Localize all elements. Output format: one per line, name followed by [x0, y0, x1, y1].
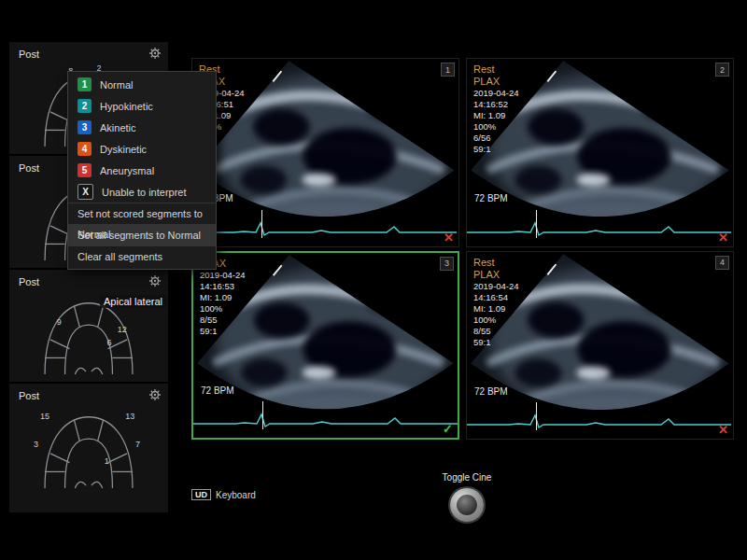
- overlay-info-line: 59:1: [200, 326, 246, 337]
- ecg-cursor: [261, 210, 262, 238]
- ecg-trace: [193, 411, 458, 431]
- ecg-cursor: [536, 210, 537, 238]
- overlay-info-line: 2019-04-24: [200, 270, 246, 281]
- segment-score-panel[interactable]: Post 9126 Apical lateral: [9, 270, 168, 382]
- ud-key-badge: UD: [191, 489, 211, 500]
- menu-item-label: Normal: [100, 79, 133, 91]
- panel-title: Post: [19, 276, 39, 287]
- score-key-icon: 4: [78, 142, 92, 156]
- reject-x-icon[interactable]: ✕: [718, 423, 728, 437]
- quadrant-number-badge: 2: [715, 63, 729, 77]
- toggle-cine-label: Toggle Cine: [425, 472, 509, 483]
- quadrant-number-badge: 3: [440, 257, 454, 271]
- menu-item-normal[interactable]: 1Normal: [68, 74, 216, 95]
- score-menu-actions: Set not scored segments to NormalSet all…: [68, 203, 216, 267]
- overlay-info-line: 6/56: [473, 133, 519, 144]
- overlay-info-line: 2019-04-24: [473, 281, 519, 292]
- gear-icon[interactable]: [148, 274, 162, 287]
- ultrasound-quadrant[interactable]: Rest PLAX 2019-04-2414:16:52MI: 1.09100%…: [466, 58, 734, 247]
- ecg-trace: [192, 219, 458, 240]
- stage-label: Rest: [473, 257, 519, 269]
- score-key-icon: X: [78, 184, 93, 200]
- quadrant-number-badge: 4: [715, 256, 729, 270]
- ultrasound-quadrant[interactable]: Rest PLAX 2019-04-2414:16:54MI: 1.09100%…: [466, 251, 734, 441]
- knob-center: [457, 495, 477, 515]
- overlay-info-line: 14:16:53: [200, 281, 246, 292]
- keyboard-label: Keyboard: [216, 490, 256, 500]
- quadrant-number-badge: 1: [441, 63, 455, 77]
- view-label: PLAX: [473, 76, 519, 88]
- keyboard-hint: UD Keyboard: [191, 489, 256, 500]
- echo-review-screen: Post 82 Post: [0, 0, 747, 560]
- heart-rate-label: 72 BPM: [474, 193, 508, 203]
- overlay-info-line: MI: 1.09: [200, 292, 246, 303]
- acquisition-info: 2019-04-2414:16:54MI: 1.09100%8/5559:1: [473, 281, 519, 348]
- segment-score-panel[interactable]: Post 1513371: [9, 384, 168, 512]
- panel-title: Post: [19, 390, 39, 401]
- view-label: PLAX: [473, 269, 519, 281]
- ultrasound-quadrant[interactable]: Rest PLAX 2019-04-2414:16:51MI: 1.09100%…: [191, 58, 459, 247]
- segment-tooltip: Apical lateral: [100, 295, 166, 308]
- menu-item-label: Dyskinetic: [100, 144, 147, 155]
- segment-diagram[interactable]: [24, 406, 153, 490]
- menu-action-set-all-segments-to-normal[interactable]: Set all segments to Normal: [68, 224, 216, 245]
- reject-x-icon[interactable]: ✕: [718, 231, 728, 245]
- overlay-info-line: 8/55: [473, 326, 519, 337]
- menu-item-label: Aneurysmal: [100, 165, 154, 176]
- overlay-info-line: 59:1: [473, 144, 519, 155]
- reject-x-icon[interactable]: ✕: [444, 231, 454, 245]
- score-key-icon: 3: [78, 120, 92, 134]
- heart-rate-label: 72 BPM: [474, 386, 508, 397]
- menu-item-label: Unable to interpret: [102, 187, 187, 198]
- menu-item-label: Akinetic: [100, 122, 136, 133]
- heart-rate-label: 72 BPM: [201, 385, 234, 396]
- score-key-icon: 5: [78, 163, 92, 177]
- toggle-cine-knob[interactable]: [450, 488, 484, 522]
- menu-action-set-not-scored-segments-to-normal[interactable]: Set not scored segments to Normal: [68, 203, 216, 224]
- overlay-info-line: 2019-04-24: [473, 88, 519, 99]
- overlay-info-line: 100%: [473, 121, 519, 133]
- menu-item-aneurysmal[interactable]: 5Aneurysmal: [68, 160, 216, 181]
- menu-item-akinetic[interactable]: 3Akinetic: [68, 117, 216, 138]
- image-overlay-text: Rest PLAX 2019-04-2414:16:52MI: 1.09100%…: [473, 63, 519, 155]
- image-overlay-text: Rest PLAX 2019-04-2414:16:54MI: 1.09100%…: [473, 257, 519, 348]
- gear-icon[interactable]: [148, 388, 162, 401]
- panel-title: Post: [19, 162, 39, 174]
- menu-item-dyskinetic[interactable]: 4Dyskinetic: [68, 138, 216, 160]
- overlay-info-line: 8/55: [200, 315, 246, 326]
- ecg-trace: [467, 219, 732, 240]
- toggle-cine-control: Toggle Cine: [425, 472, 509, 522]
- accept-check-icon[interactable]: ✓: [443, 422, 453, 436]
- acquisition-info: 2019-04-2414:16:52MI: 1.09100%6/5659:1: [473, 88, 519, 155]
- score-key-icon: 1: [78, 77, 92, 91]
- quadrant-grid: Rest PLAX 2019-04-2414:16:51MI: 1.09100%…: [191, 58, 734, 440]
- menu-item-unable-to-interpret[interactable]: XUnable to interpret: [68, 181, 216, 203]
- overlay-info-line: MI: 1.09: [473, 110, 519, 121]
- ecg-trace: [467, 412, 732, 432]
- acquisition-info: 2019-04-2414:16:53MI: 1.09100%8/5559:1: [200, 270, 246, 337]
- score-key-icon: 2: [78, 99, 92, 113]
- overlay-info-line: 59:1: [473, 337, 519, 348]
- gear-icon[interactable]: [148, 47, 162, 60]
- overlay-info-line: MI: 1.09: [473, 303, 519, 315]
- stage-label: Rest: [473, 63, 519, 76]
- ecg-cursor: [536, 402, 537, 430]
- overlay-info-line: 100%: [200, 303, 246, 315]
- panel-title: Post: [19, 49, 39, 60]
- score-menu: 1Normal2Hypokinetic3Akinetic4Dyskinetic5…: [67, 71, 217, 270]
- score-menu-items: 1Normal2Hypokinetic3Akinetic4Dyskinetic5…: [68, 74, 216, 203]
- overlay-info-line: 14:16:52: [473, 99, 519, 110]
- menu-item-label: Hypokinetic: [100, 101, 153, 112]
- overlay-info-line: 14:16:54: [473, 292, 519, 303]
- menu-item-hypokinetic[interactable]: 2Hypokinetic: [68, 95, 216, 117]
- overlay-info-line: 100%: [473, 315, 519, 326]
- menu-action-clear-all-segments[interactable]: Clear all segments: [68, 245, 216, 267]
- ultrasound-quadrant[interactable]: PLAX 2019-04-2414:16:53MI: 1.09100%8/555…: [191, 251, 459, 441]
- ecg-cursor: [262, 401, 263, 429]
